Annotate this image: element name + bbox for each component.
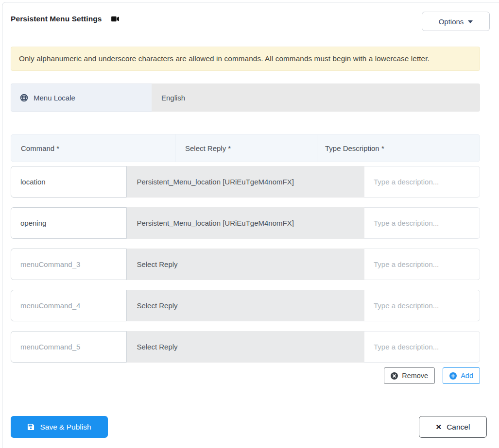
column-header-type-description: Type Description * xyxy=(317,134,480,162)
select-reply-dropdown[interactable]: Select Reply xyxy=(127,331,364,363)
command-row: Persistent_Menu_location [URiEuTgeM4nomF… xyxy=(11,207,480,239)
command-row: Select Reply xyxy=(11,249,480,280)
command-row: Persistent_Menu_location [URiEuTgeM4nomF… xyxy=(11,166,480,198)
command-input[interactable] xyxy=(11,331,127,363)
row-actions: Remove Add xyxy=(384,367,480,384)
command-input[interactable] xyxy=(11,290,127,321)
options-button-label: Options xyxy=(439,17,464,26)
select-reply-value: Select Reply xyxy=(137,301,177,310)
video-camera-icon xyxy=(111,16,120,22)
command-input[interactable] xyxy=(11,166,127,198)
select-reply-dropdown[interactable]: Persistent_Menu_location [URiEuTgeM4nomF… xyxy=(127,166,364,198)
command-input[interactable] xyxy=(11,249,127,280)
options-button[interactable]: Options xyxy=(422,12,490,31)
description-input[interactable] xyxy=(364,166,480,198)
description-input[interactable] xyxy=(364,249,480,280)
command-row: Select Reply xyxy=(11,331,480,363)
page-title: Persistent Menu Settings xyxy=(11,15,102,23)
plus-circle-icon xyxy=(449,372,457,380)
x-icon: ✕ xyxy=(436,423,442,431)
command-rows: Persistent_Menu_location [URiEuTgeM4nomF… xyxy=(11,166,480,372)
warning-banner: Only alphanumeric and underscore charact… xyxy=(11,47,480,71)
select-reply-value: Select Reply xyxy=(137,343,177,351)
add-button-label: Add xyxy=(461,372,473,380)
menu-locale-label: Menu Locale xyxy=(11,83,152,112)
select-reply-dropdown[interactable]: Persistent_Menu_location [URiEuTgeM4nomF… xyxy=(127,207,364,239)
select-reply-value: Persistent_Menu_location [URiEuTgeM4nomF… xyxy=(137,178,293,186)
remove-button-label: Remove xyxy=(402,372,428,380)
command-row: Select Reply xyxy=(11,290,480,321)
table-header: Command * Select Reply * Type Descriptio… xyxy=(11,134,480,162)
save-publish-label: Save & Publish xyxy=(40,423,91,431)
command-input[interactable] xyxy=(11,207,127,239)
menu-locale-label-text: Menu Locale xyxy=(34,94,75,102)
panel-header: Persistent Menu Settings xyxy=(11,15,120,23)
persistent-menu-settings-panel: Persistent Menu Settings Options Only al… xyxy=(0,0,499,448)
description-input[interactable] xyxy=(364,207,480,239)
column-header-select-reply: Select Reply * xyxy=(175,134,317,162)
cancel-button-label: Cancel xyxy=(447,423,470,431)
warning-banner-text: Only alphanumeric and underscore charact… xyxy=(19,54,430,63)
x-circle-icon xyxy=(391,372,398,380)
menu-locale-row: Menu Locale English xyxy=(11,83,480,112)
floppy-disk-icon xyxy=(27,423,34,431)
menu-locale-value-text: English xyxy=(161,94,185,102)
chevron-down-icon xyxy=(468,20,473,23)
select-reply-value: Persistent_Menu_location [URiEuTgeM4nomF… xyxy=(137,219,293,227)
column-header-command: Command * xyxy=(11,134,175,162)
remove-button[interactable]: Remove xyxy=(384,367,435,384)
description-input[interactable] xyxy=(364,290,480,321)
add-button[interactable]: Add xyxy=(443,367,480,384)
select-reply-dropdown[interactable]: Select Reply xyxy=(127,290,364,321)
cancel-button[interactable]: ✕ Cancel xyxy=(419,416,487,438)
menu-locale-value-field: English xyxy=(152,83,480,112)
select-reply-dropdown[interactable]: Select Reply xyxy=(127,249,364,280)
save-publish-button[interactable]: Save & Publish xyxy=(11,416,108,438)
globe-icon xyxy=(20,94,28,102)
description-input[interactable] xyxy=(364,331,480,363)
select-reply-value: Select Reply xyxy=(137,260,177,268)
